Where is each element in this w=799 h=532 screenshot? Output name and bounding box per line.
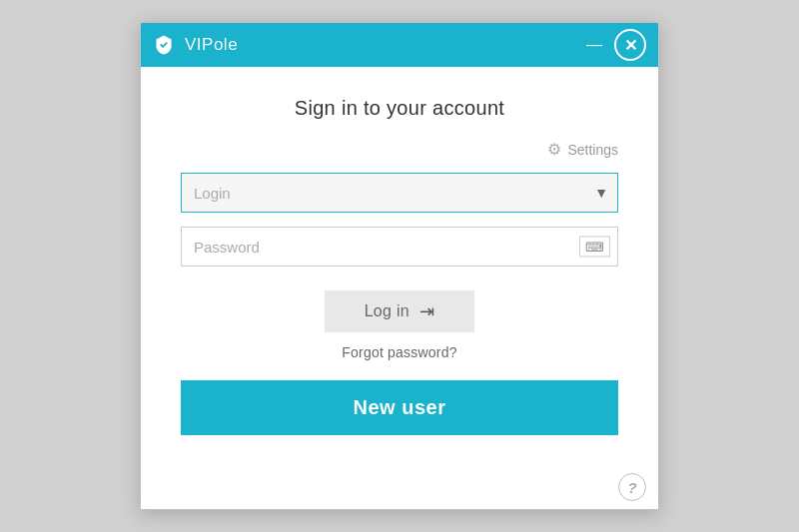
keyboard-icon: ⌨ (585, 240, 604, 255)
settings-label: Settings (567, 142, 618, 158)
forgot-password-link[interactable]: Forgot password? (181, 344, 618, 360)
login-field-wrapper: Login ▼ (181, 173, 618, 213)
login-select[interactable]: Login (181, 173, 618, 213)
app-title: VIPole (185, 35, 238, 55)
sign-in-title: Sign in to your account (181, 97, 618, 120)
settings-row[interactable]: ⚙ Settings (181, 140, 618, 159)
app-window: VIPole — ✕ Sign in to your account ⚙ Set… (140, 22, 659, 510)
close-button[interactable]: ✕ (614, 29, 646, 61)
title-bar-controls: — ✕ (580, 29, 646, 61)
password-field-wrapper: ⌨ (181, 227, 618, 266)
login-button-wrapper: Log in ⇥ (181, 290, 618, 332)
password-input[interactable] (181, 227, 618, 266)
help-button[interactable]: ? (618, 473, 646, 501)
login-button[interactable]: Log in ⇥ (325, 290, 475, 332)
content-area: Sign in to your account ⚙ Settings Login… (141, 67, 658, 465)
login-button-label: Log in (365, 302, 409, 320)
title-bar-left: VIPole (153, 34, 238, 56)
title-bar: VIPole — ✕ (141, 23, 658, 67)
new-user-button[interactable]: New user (181, 380, 618, 435)
bottom-bar: ? (141, 465, 658, 509)
virtual-keyboard-button[interactable]: ⌨ (579, 237, 610, 258)
vipole-logo-icon (153, 34, 175, 56)
minimize-button[interactable]: — (580, 31, 608, 59)
settings-icon: ⚙ (547, 140, 561, 159)
login-arrow-icon: ⇥ (419, 300, 434, 322)
